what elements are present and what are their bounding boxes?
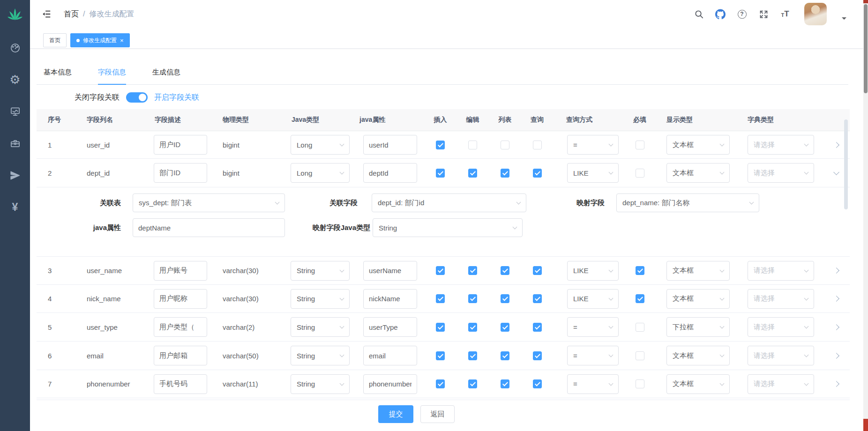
description-input[interactable] (154, 346, 207, 365)
list-checkbox[interactable] (501, 323, 509, 332)
java-type-select[interactable]: String (291, 289, 350, 309)
close-tab-icon[interactable]: × (120, 37, 124, 44)
tab-tag-active[interactable]: 修改生成配置× (70, 33, 130, 47)
required-checkbox[interactable] (636, 294, 644, 303)
edit-checkbox[interactable] (468, 266, 477, 275)
app-logo[interactable] (0, 0, 30, 26)
relation-toggle-switch[interactable] (126, 92, 148, 103)
insert-checkbox[interactable] (436, 169, 445, 178)
dict-type-select[interactable]: 请选择 (748, 135, 814, 155)
description-input[interactable] (154, 261, 207, 281)
insert-checkbox[interactable] (436, 323, 445, 332)
relation-table-select[interactable]: sys_dept: 部门表 (133, 193, 285, 212)
edit-checkbox[interactable] (468, 323, 477, 332)
java-type-select[interactable]: String (291, 261, 350, 281)
query-mode-select[interactable]: = (567, 346, 619, 365)
required-checkbox[interactable] (636, 379, 644, 388)
query-mode-select[interactable]: = (567, 374, 619, 394)
query-mode-select[interactable]: LIKE (567, 163, 619, 183)
query-mode-select[interactable]: = (567, 135, 619, 155)
list-checkbox[interactable] (501, 351, 509, 360)
query-checkbox[interactable] (533, 351, 542, 360)
query-mode-select[interactable]: LIKE (567, 261, 619, 281)
dict-type-select[interactable]: 请选择 (748, 346, 814, 365)
required-checkbox[interactable] (636, 169, 644, 178)
fullscreen-icon[interactable] (758, 9, 769, 19)
java-property-input[interactable] (363, 374, 417, 394)
list-checkbox[interactable] (501, 266, 509, 275)
query-checkbox[interactable] (533, 169, 542, 178)
description-input[interactable] (154, 317, 207, 337)
insert-checkbox[interactable] (436, 379, 445, 388)
query-checkbox[interactable] (533, 379, 542, 388)
display-type-select[interactable]: 文本框 (666, 289, 730, 309)
tab-字段信息[interactable]: 字段信息 (98, 59, 126, 85)
query-checkbox[interactable] (533, 323, 542, 332)
required-checkbox[interactable] (636, 351, 644, 360)
mapping-field-select[interactable]: dept_name: 部门名称 (616, 193, 759, 212)
java-property-input[interactable] (363, 261, 417, 281)
display-type-select[interactable]: 文本框 (666, 346, 730, 365)
list-checkbox[interactable] (501, 294, 509, 303)
java-property-input[interactable] (363, 317, 417, 337)
user-avatar[interactable] (804, 3, 827, 25)
breadcrumb-home[interactable]: 首页 (64, 9, 79, 19)
list-checkbox[interactable] (501, 379, 509, 388)
relation-open-link[interactable]: 开启字段关联 (154, 93, 199, 103)
java-type-select[interactable]: String (291, 317, 350, 337)
description-input[interactable] (154, 135, 207, 155)
dict-type-select[interactable]: 请选择 (748, 163, 814, 183)
display-type-select[interactable]: 文本框 (666, 163, 730, 183)
dict-type-select[interactable]: 请选择 (748, 289, 814, 309)
edit-checkbox[interactable] (468, 141, 477, 149)
required-checkbox[interactable] (636, 266, 644, 275)
edit-checkbox[interactable] (468, 294, 477, 303)
list-checkbox[interactable] (501, 141, 509, 149)
description-input[interactable] (154, 163, 207, 183)
query-mode-select[interactable]: = (567, 317, 619, 337)
expand-toggle[interactable] (823, 325, 850, 329)
page-scrollbar-thumb[interactable] (864, 4, 868, 93)
display-type-select[interactable]: 文本框 (666, 261, 730, 281)
mapping-java-type-select[interactable]: String (373, 218, 523, 237)
insert-checkbox[interactable] (436, 294, 445, 303)
sidebar-item-briefcase[interactable] (0, 138, 30, 149)
back-button[interactable]: 返回 (420, 405, 455, 423)
expand-toggle[interactable] (823, 382, 850, 386)
query-checkbox[interactable] (533, 294, 542, 303)
query-mode-select[interactable]: LIKE (567, 289, 619, 309)
search-icon[interactable] (694, 9, 704, 19)
display-type-select[interactable]: 文本框 (666, 374, 730, 394)
query-checkbox[interactable] (533, 141, 542, 149)
java-type-select[interactable]: String (291, 374, 350, 394)
java-property-input[interactable] (363, 289, 417, 309)
required-checkbox[interactable] (636, 323, 644, 332)
sidebar-item-yen[interactable]: ¥ (0, 201, 30, 213)
description-input[interactable] (154, 374, 207, 394)
relation-field-select[interactable]: dept_id: 部门id (372, 193, 526, 212)
sidebar-item-gear[interactable]: ⚙ (0, 74, 30, 85)
sidebar-item-dashboard[interactable] (0, 42, 30, 53)
java-type-select[interactable]: Long (291, 163, 350, 183)
list-checkbox[interactable] (501, 169, 509, 178)
dict-type-select[interactable]: 请选择 (748, 317, 814, 337)
java-type-select[interactable]: String (291, 346, 350, 365)
insert-checkbox[interactable] (436, 141, 445, 149)
sidebar-item-paper-plane[interactable] (0, 170, 30, 181)
insert-checkbox[interactable] (436, 351, 445, 360)
dict-type-select[interactable]: 请选择 (748, 374, 814, 394)
required-checkbox[interactable] (636, 141, 644, 149)
insert-checkbox[interactable] (436, 266, 445, 275)
sub-java-property-input[interactable] (133, 218, 285, 237)
display-type-select[interactable]: 文本框 (666, 135, 730, 155)
tab-生成信息[interactable]: 生成信息 (152, 59, 180, 85)
tab-tag-inactive[interactable]: 首页 (43, 33, 67, 47)
font-size-icon[interactable]: TT (780, 9, 790, 19)
display-type-select[interactable]: 下拉框 (666, 317, 730, 337)
edit-checkbox[interactable] (468, 379, 477, 388)
edit-checkbox[interactable] (468, 351, 477, 360)
java-property-input[interactable] (363, 163, 417, 183)
expand-toggle[interactable] (823, 297, 850, 301)
table-scrollbar-thumb[interactable] (844, 119, 848, 209)
java-property-input[interactable] (363, 346, 417, 365)
